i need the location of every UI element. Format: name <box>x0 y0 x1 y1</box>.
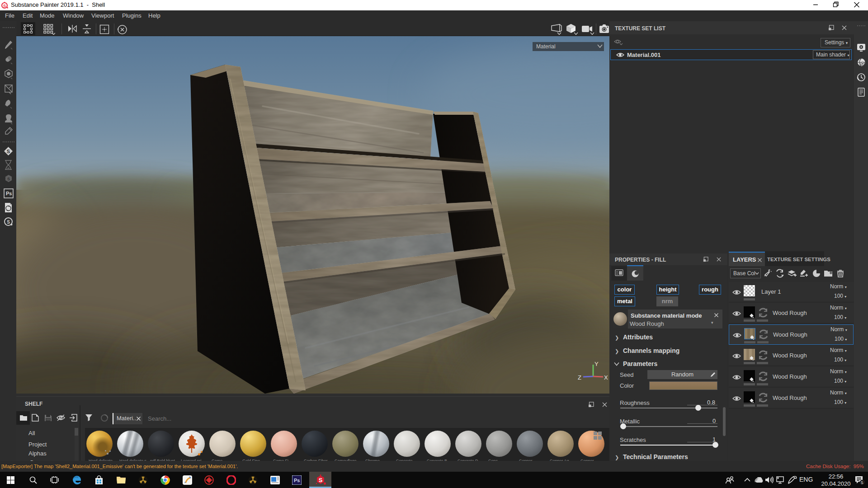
svg-text:Ps: Ps <box>294 478 300 483</box>
svg-text:S: S <box>7 149 10 154</box>
svg-text:S: S <box>7 220 10 225</box>
svg-text:Material: Material <box>536 43 556 50</box>
svg-text:S: S <box>3 4 6 8</box>
svg-text:Ps: Ps <box>6 191 12 196</box>
svg-text:5: 5 <box>861 480 863 485</box>
svg-text:S: S <box>319 477 323 483</box>
svg-text:Z: Z <box>578 374 581 381</box>
svg-text:X: X <box>604 374 608 381</box>
svg-text:S: S <box>7 177 10 181</box>
svg-text:Y: Y <box>594 361 599 367</box>
